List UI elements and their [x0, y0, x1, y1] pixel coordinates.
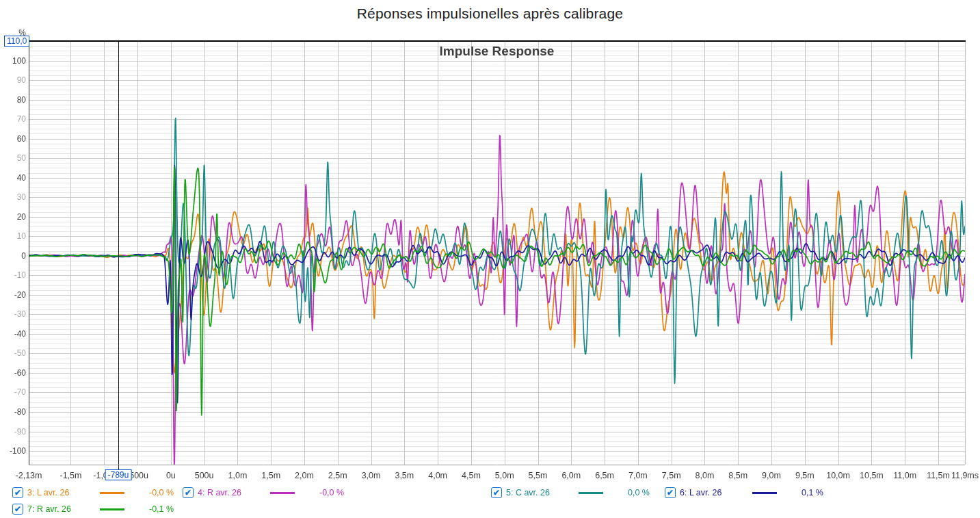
- y-tick-label: 30: [0, 193, 26, 201]
- y-tick-label: 70: [0, 115, 26, 123]
- x-tick-label: 9,5m: [795, 471, 815, 480]
- trace-color-swatch: [100, 508, 124, 510]
- x-tick-label: 7,5m: [662, 471, 681, 480]
- y-axis-max-input[interactable]: 110,0: [4, 36, 29, 47]
- x-tick-label: 0u: [166, 471, 176, 480]
- y-tick-label: 0: [0, 252, 26, 260]
- x-tick-label: 3,5m: [395, 471, 414, 480]
- y-tick-label: -60: [0, 369, 26, 377]
- trace-color-swatch: [100, 492, 124, 494]
- x-tick-label: 11,0m: [893, 471, 916, 480]
- cursor-position-box[interactable]: -789u: [105, 469, 131, 480]
- x-tick-label: 11,5m: [927, 471, 950, 480]
- trace-value: -0,1 %: [149, 504, 174, 514]
- chart-title: Impulse Response: [29, 44, 965, 59]
- trace-value: -0,0 %: [149, 488, 174, 497]
- y-tick-label: 40: [0, 174, 26, 182]
- y-tick-label: -10: [0, 271, 26, 279]
- trace-label: 3: L avr. 26: [27, 488, 69, 497]
- x-tick-label: 8,0m: [696, 471, 715, 480]
- impulse-response-window: Réponses impulsionelles après calibrage …: [0, 0, 980, 518]
- trace-label: 6: L avr. 26: [680, 488, 721, 497]
- trace-value: 0,0 %: [628, 488, 650, 497]
- y-tick-label: -80: [0, 408, 26, 416]
- x-tick-label: 8,5m: [728, 471, 747, 480]
- trace-label: 4: R avr. 26: [198, 488, 241, 497]
- y-tick-label: 10: [0, 232, 26, 240]
- y-tick-label: 80: [0, 96, 26, 104]
- x-tick-label: 7,0m: [628, 471, 648, 480]
- x-tick-label: 500u: [195, 471, 214, 480]
- y-tick-label: -50: [0, 349, 26, 357]
- x-tick-label: 9,0m: [762, 471, 781, 480]
- y-tick-label: -70: [0, 388, 26, 396]
- y-tick-label: -100: [0, 447, 26, 455]
- y-tick-label: -40: [0, 330, 26, 338]
- trace-color-swatch: [270, 492, 295, 494]
- x-tick-label: 5,5m: [529, 471, 548, 480]
- x-tick-label: -1,5m: [59, 471, 81, 480]
- trace-label: 5: C avr. 26: [506, 488, 550, 497]
- x-tick-label: 10,0m: [826, 471, 850, 480]
- y-tick-label: 90: [0, 76, 26, 84]
- y-tick-label: -90: [0, 428, 26, 436]
- x-tick-label: 2,0m: [295, 471, 314, 480]
- x-tick-label: 4,0m: [428, 471, 447, 480]
- x-tick-label: 10,5m: [860, 471, 884, 480]
- x-tick-label: 4,5m: [462, 471, 481, 480]
- x-tick-label: 1,0m: [228, 471, 248, 480]
- x-tick-label: -2,13m: [16, 471, 42, 480]
- trace-checkbox-7[interactable]: ✔: [12, 504, 23, 515]
- x-tick-label: 1,5m: [261, 471, 280, 480]
- y-tick-label: -30: [0, 310, 26, 318]
- y-tick-label: 50: [0, 154, 26, 162]
- y-tick-label: 60: [0, 135, 26, 143]
- trace-checkbox-6[interactable]: ✔: [665, 487, 676, 498]
- x-tick-label: 6,0m: [561, 471, 581, 480]
- x-tick-label: 5,0m: [495, 471, 514, 480]
- trace-checkbox-3[interactable]: ✔: [12, 487, 23, 498]
- trace-value: -0,0 %: [319, 488, 344, 497]
- x-tick-label: 11,9ms: [951, 471, 979, 480]
- trace-label: 7: R avr. 26: [27, 504, 71, 514]
- y-tick-label: 20: [0, 213, 26, 221]
- y-tick-label: 100: [0, 57, 26, 65]
- chart-plot-area[interactable]: [0, 0, 980, 518]
- y-tick-label: -20: [0, 291, 26, 299]
- x-tick-label: 6,5m: [595, 471, 614, 480]
- trace-color-swatch: [752, 492, 777, 494]
- trace-checkbox-4[interactable]: ✔: [183, 487, 194, 498]
- x-tick-label: 2,5m: [328, 471, 347, 480]
- trace-value: 0,1 %: [802, 488, 823, 497]
- trace-color-swatch: [579, 492, 603, 494]
- trace-checkbox-5[interactable]: ✔: [491, 487, 502, 498]
- x-tick-label: 3,0m: [362, 471, 381, 480]
